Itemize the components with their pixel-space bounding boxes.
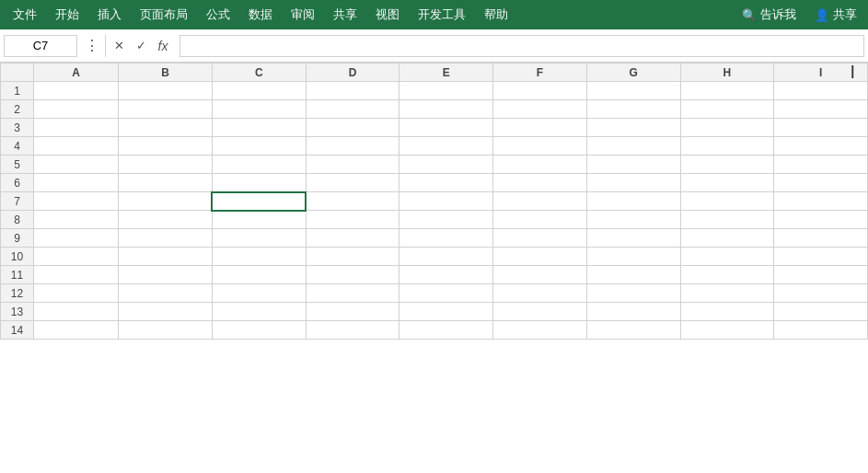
cell-A9[interactable] (34, 229, 119, 248)
cell-G6[interactable] (586, 174, 680, 192)
cell-I5[interactable] (774, 156, 868, 174)
cell-A7[interactable] (34, 192, 119, 211)
cancel-button[interactable]: ✕ (108, 35, 130, 57)
cell-A2[interactable] (34, 100, 119, 119)
cell-G11[interactable] (586, 266, 680, 284)
cell-B13[interactable] (119, 303, 213, 321)
cell-I10[interactable] (774, 248, 868, 266)
cell-E13[interactable] (399, 303, 493, 321)
cell-I7[interactable] (774, 192, 868, 211)
col-header-c[interactable]: C (212, 63, 306, 82)
cell-B5[interactable] (119, 156, 213, 174)
col-header-g[interactable]: G (586, 63, 680, 82)
cell-C4[interactable] (212, 137, 306, 156)
cell-C10[interactable] (212, 248, 306, 266)
cell-A1[interactable] (34, 82, 119, 100)
col-header-d[interactable]: D (306, 63, 399, 82)
tell-me-button[interactable]: 🔍 告诉我 (735, 0, 804, 29)
cell-D7[interactable] (306, 192, 399, 211)
cell-D8[interactable] (306, 211, 399, 229)
cell-A11[interactable] (34, 266, 119, 284)
cell-B3[interactable] (119, 119, 213, 137)
cell-A6[interactable] (34, 174, 119, 192)
row-header-10[interactable]: 10 (1, 248, 34, 266)
cell-C2[interactable] (212, 100, 306, 119)
cell-D5[interactable] (306, 156, 399, 174)
menu-review[interactable]: 审阅 (282, 0, 324, 29)
cell-A10[interactable] (34, 248, 119, 266)
cell-H7[interactable] (680, 192, 774, 211)
cell-C1[interactable] (212, 82, 306, 100)
cell-I14[interactable] (774, 321, 868, 340)
menu-home[interactable]: 开始 (46, 0, 88, 29)
row-header-8[interactable]: 8 (1, 211, 34, 229)
cell-H9[interactable] (680, 229, 774, 248)
cell-G8[interactable] (586, 211, 680, 229)
cell-B14[interactable] (119, 321, 213, 340)
cell-I2[interactable] (774, 100, 868, 119)
cell-D9[interactable] (306, 229, 399, 248)
menu-formula[interactable]: 公式 (197, 0, 239, 29)
cell-C6[interactable] (212, 174, 306, 192)
cell-A13[interactable] (34, 303, 119, 321)
cell-I13[interactable] (774, 303, 868, 321)
cell-F9[interactable] (493, 229, 587, 248)
menu-data[interactable]: 数据 (239, 0, 282, 29)
cell-I4[interactable] (774, 137, 868, 156)
cell-I3[interactable] (774, 119, 868, 137)
confirm-button[interactable]: ✓ (130, 35, 152, 57)
row-header-4[interactable]: 4 (1, 137, 34, 156)
cell-D12[interactable] (306, 284, 399, 303)
cell-C3[interactable] (212, 119, 306, 137)
cell-F11[interactable] (493, 266, 587, 284)
cell-E3[interactable] (399, 119, 493, 137)
cell-G3[interactable] (586, 119, 680, 137)
cell-H11[interactable] (680, 266, 774, 284)
row-header-3[interactable]: 3 (1, 119, 34, 137)
cell-B4[interactable] (119, 137, 213, 156)
row-header-9[interactable]: 9 (1, 229, 34, 248)
cell-I9[interactable] (774, 229, 868, 248)
cell-B2[interactable] (119, 100, 213, 119)
cell-A3[interactable] (34, 119, 119, 137)
cell-E12[interactable] (399, 284, 493, 303)
menu-page-layout[interactable]: 页面布局 (131, 0, 197, 29)
cell-G13[interactable] (586, 303, 680, 321)
collab-button[interactable]: 👤 共享 (807, 0, 864, 29)
cell-F8[interactable] (493, 211, 587, 229)
cell-E8[interactable] (399, 211, 493, 229)
row-header-1[interactable]: 1 (1, 82, 34, 100)
cell-D3[interactable] (306, 119, 399, 137)
cell-H14[interactable] (680, 321, 774, 340)
cell-E5[interactable] (399, 156, 493, 174)
cell-E9[interactable] (399, 229, 493, 248)
cell-D13[interactable] (306, 303, 399, 321)
cell-E4[interactable] (399, 137, 493, 156)
cell-D10[interactable] (306, 248, 399, 266)
cell-D1[interactable] (306, 82, 399, 100)
cell-H6[interactable] (680, 174, 774, 192)
cell-H2[interactable] (680, 100, 774, 119)
cell-H3[interactable] (680, 119, 774, 137)
cell-C8[interactable] (212, 211, 306, 229)
cell-H10[interactable] (680, 248, 774, 266)
cell-D11[interactable] (306, 266, 399, 284)
cell-H12[interactable] (680, 284, 774, 303)
cell-B1[interactable] (119, 82, 213, 100)
row-header-5[interactable]: 5 (1, 156, 34, 174)
cell-F3[interactable] (493, 119, 587, 137)
cell-C14[interactable] (212, 321, 306, 340)
row-header-6[interactable]: 6 (1, 174, 34, 192)
cell-B8[interactable] (119, 211, 213, 229)
row-header-2[interactable]: 2 (1, 100, 34, 119)
cell-F12[interactable] (493, 284, 587, 303)
cell-C7[interactable] (212, 192, 306, 211)
cell-E10[interactable] (399, 248, 493, 266)
cell-G12[interactable] (586, 284, 680, 303)
cell-G7[interactable] (586, 192, 680, 211)
cell-G4[interactable] (586, 137, 680, 156)
cell-G9[interactable] (586, 229, 680, 248)
row-header-7[interactable]: 7 (1, 192, 34, 211)
cell-I8[interactable] (774, 211, 868, 229)
cell-reference-box[interactable] (4, 35, 77, 57)
